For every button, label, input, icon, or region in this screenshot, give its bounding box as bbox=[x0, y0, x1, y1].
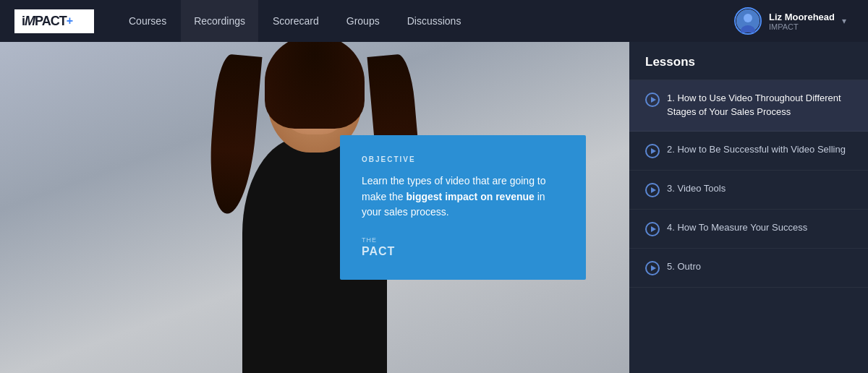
logo-plus: + bbox=[67, 14, 73, 27]
user-menu[interactable]: Liz Moorehead IMPACT ▾ bbox=[727, 7, 854, 35]
the-label: THE bbox=[362, 236, 377, 244]
objective-text: Learn the types of video that are going … bbox=[362, 173, 564, 220]
navbar: iMPACT + Courses Recordings Scorecard Gr… bbox=[0, 0, 868, 42]
pact-big-label: PACT bbox=[362, 244, 564, 258]
avatar-svg bbox=[736, 9, 760, 33]
logo[interactable]: iMPACT + bbox=[14, 9, 94, 33]
sidebar-header: Lessons bbox=[629, 42, 868, 80]
play-icon-1 bbox=[645, 93, 660, 107]
nav-recordings[interactable]: Recordings bbox=[181, 0, 258, 42]
lesson-item-2[interactable]: 2. How to Be Successful with Video Selli… bbox=[629, 132, 868, 171]
nav-courses[interactable]: Courses bbox=[116, 0, 179, 42]
nav-scorecard[interactable]: Scorecard bbox=[260, 0, 332, 42]
svg-point-1 bbox=[744, 14, 752, 22]
lesson-title-2: 2. How to Be Successful with Video Selli… bbox=[667, 143, 846, 157]
play-icon-2 bbox=[645, 144, 660, 158]
pact-logo: THE PACT bbox=[362, 236, 564, 258]
lesson-text-3: Video Tools bbox=[677, 183, 726, 194]
lesson-item-1[interactable]: 1. How to Use Video Throughout Different… bbox=[629, 80, 868, 132]
lesson-title-5: 5. Outro bbox=[667, 260, 701, 274]
objective-label: OBJECTIVE bbox=[362, 155, 564, 163]
lesson-title-3: 3. Video Tools bbox=[667, 182, 726, 196]
chevron-down-icon: ▾ bbox=[842, 16, 846, 26]
nav-links: Courses Recordings Scorecard Groups Disc… bbox=[116, 0, 727, 42]
lesson-number-2: 2. bbox=[667, 144, 675, 155]
user-info: Liz Moorehead IMPACT bbox=[769, 12, 835, 31]
lesson-text-5: Outro bbox=[677, 261, 701, 272]
objective-card: OBJECTIVE Learn the types of video that … bbox=[340, 135, 586, 280]
lesson-number-5: 5. bbox=[667, 261, 675, 272]
avatar bbox=[736, 9, 760, 33]
lessons-sidebar: Lessons 1. How to Use Video Throughout D… bbox=[629, 42, 868, 373]
play-icon-4 bbox=[645, 222, 660, 236]
hair-top bbox=[265, 42, 365, 129]
lesson-text-4: How To Measure Your Success bbox=[677, 222, 807, 233]
lesson-text-1: How to Use Video Throughout Different St… bbox=[667, 93, 841, 117]
avatar-ring bbox=[734, 7, 762, 35]
main-container: OBJECTIVE Learn the types of video that … bbox=[0, 42, 868, 373]
logo-text: iMPACT bbox=[22, 14, 67, 29]
nav-discussions[interactable]: Discussions bbox=[394, 0, 475, 42]
lesson-title-4: 4. How To Measure Your Success bbox=[667, 221, 807, 235]
play-icon-3 bbox=[645, 183, 660, 197]
user-name: Liz Moorehead bbox=[769, 12, 835, 22]
lesson-title-1: 1. How to Use Video Throughout Different… bbox=[667, 92, 852, 119]
lesson-item-5[interactable]: 5. Outro bbox=[629, 249, 868, 288]
video-background: OBJECTIVE Learn the types of video that … bbox=[0, 42, 629, 373]
user-org: IMPACT bbox=[769, 22, 835, 31]
nav-groups[interactable]: Groups bbox=[333, 0, 393, 42]
lesson-item-3[interactable]: 3. Video Tools bbox=[629, 171, 868, 210]
lesson-item-4[interactable]: 4. How To Measure Your Success bbox=[629, 210, 868, 249]
lesson-number-3: 3. bbox=[667, 183, 675, 194]
play-icon-5 bbox=[645, 261, 660, 275]
video-area[interactable]: OBJECTIVE Learn the types of video that … bbox=[0, 42, 629, 373]
objective-bold: biggest impact on revenue bbox=[406, 191, 534, 202]
lesson-number-1: 1. bbox=[667, 93, 675, 103]
lesson-number-4: 4. bbox=[667, 222, 675, 233]
lesson-text-2: How to Be Successful with Video Selling bbox=[677, 144, 845, 155]
